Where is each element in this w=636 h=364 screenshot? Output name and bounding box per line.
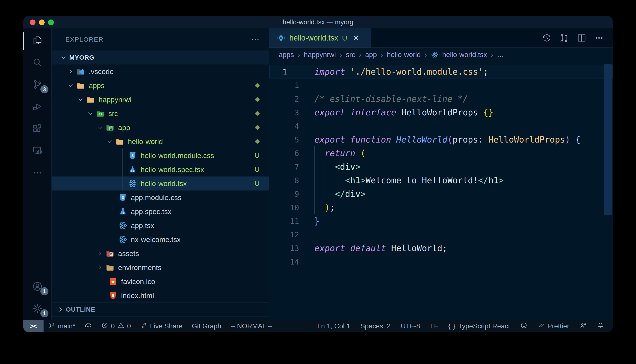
explorer-more-actions-button[interactable]: ⋯ [251,37,260,42]
open-changes-button[interactable] [559,33,569,43]
tree-item-environments[interactable]: environments [52,260,269,274]
tree-item-label: environments [118,264,161,272]
status-notifications[interactable] [597,322,604,331]
tree-item-app.tsx[interactable]: app.tsx [52,218,269,232]
tree-item-happynrwl[interactable]: happynrwl [52,92,269,106]
breadcrumb-hello-world.tsx[interactable]: hello-world.tsx [442,51,487,59]
status-encoding[interactable]: UTF-8 [401,322,420,330]
status-indentation[interactable]: Spaces: 2 [360,322,391,330]
split-editor-button[interactable] [576,33,587,43]
tree-item-index.html[interactable]: 5 index.html [52,288,269,302]
activity-run-and-debug[interactable] [23,96,51,118]
react-icon [128,179,137,188]
tree-item-hello-world[interactable]: hello-world [52,134,269,148]
status-cursor-position[interactable]: Ln 1, Col 1 [317,322,350,330]
status-language-mode[interactable]: { }TypeScript React [449,322,510,330]
folder-assets-icon [105,249,115,258]
activity-remote-explorer[interactable] [23,140,51,162]
more-actions-button[interactable] [594,33,604,43]
status-github[interactable] [520,322,527,331]
tree-item-hello-world.module.css[interactable]: 3 hello-world.module.cssU [52,148,269,162]
tree-item-src[interactable]: src [52,106,269,120]
breadcrumb-app[interactable]: app [365,51,377,59]
tree-item-app[interactable]: app [52,120,269,134]
activity-accounts[interactable]: 1 [23,276,51,298]
tree-item-hello-world.tsx[interactable]: hello-world.tsxU [52,176,269,190]
explorer-sidebar: EXPLORER ⋯ MYORG .vscode apps happynrwl … [52,28,269,320]
breadcrumb-separator: › [425,51,427,59]
indent-guide [325,160,325,201]
tree-item-assets[interactable]: assets [52,246,269,260]
css-icon: 3 [128,151,137,160]
activity-source-control-badge: 3 [40,85,49,93]
activity-extensions[interactable] [23,118,51,140]
status-git-branch[interactable]: main* [44,320,80,332]
status-problems[interactable]: 00 [96,320,135,332]
breadcrumb-separator: › [491,51,493,59]
activity-more-views[interactable] [23,162,51,184]
tree-item-hello-world.spec.tsx[interactable]: TS hello-world.spec.tsxU [52,162,269,176]
bell-icon [597,322,604,331]
workspace-root-row[interactable]: MYORG [52,50,269,64]
chevron-right-icon [96,250,104,257]
tree-item-nx-welcome.tsx[interactable]: nx-welcome.tsx [52,232,269,246]
breadcrumb-hello-world[interactable]: hello-world [387,51,421,59]
line-number-gutter: 6 [269,146,301,160]
line-number-gutter: 1 [269,78,301,92]
breadcrumb-happynrwl[interactable]: happynrwl [304,51,336,59]
tab-label: hello-world.tsx [289,34,338,42]
folder-env-icon [105,263,115,272]
status-prettier[interactable]: Prettier [538,322,569,331]
activity-search[interactable] [23,52,51,74]
code-line: 1 [269,78,613,92]
tree-item-apps[interactable]: apps [52,78,269,92]
activity-settings[interactable]: 1 [23,298,51,320]
tree-item-.vscode[interactable]: .vscode [52,64,269,78]
search-icon [32,57,43,69]
section-outline[interactable]: OUTLINE [52,302,269,316]
tree-item-app.module.css[interactable]: 3 app.module.css [52,190,269,204]
tree-item-label: happynrwl [99,96,131,104]
status-eol[interactable]: LF [430,322,438,330]
traffic-lights [30,16,54,28]
status-git-graph[interactable]: Git Graph [187,320,226,332]
activity-explorer[interactable] [23,30,51,52]
zoom-window-button[interactable] [48,20,54,25]
tree-item-label: app.spec.tsx [131,208,171,216]
code-line: 5 export function HelloWorld(props: Hell… [269,133,613,146]
code-line: 3 export interface HelloWorldProps {} [269,106,613,119]
css-icon: 3 [118,193,127,202]
tree-item-favicon.ico[interactable]: ★ favicon.ico [52,274,269,288]
breadcrumb-symbol[interactable]: … [497,51,504,59]
line-number-gutter: 8 [269,174,301,187]
activity-source-control[interactable]: 3 [23,74,51,96]
status-publish[interactable] [80,320,96,332]
branch-icon [48,322,56,331]
status-remote-indicator[interactable]: >< [23,320,44,332]
history-icon [542,40,552,44]
editor-scrollbar[interactable] [604,64,612,215]
tree-item-label: hello-world.spec.tsx [141,166,204,174]
code-editor[interactable]: 1 import './hello-world.module.css'; 1 2… [269,62,613,320]
breadcrumb-apps[interactable]: apps [279,51,294,59]
tab-hello-world-tsx[interactable]: hello-world.tsx U ✕ [269,28,371,48]
svg-text:3: 3 [122,195,124,200]
status-live-share[interactable]: Live Share [135,320,187,332]
svg-text:TS: TS [121,211,125,214]
close-window-button[interactable] [30,20,36,25]
code-line: 2 /* eslint-disable-next-line */ [269,92,613,106]
minimize-window-button[interactable] [39,20,45,25]
tree-item-app.spec.tsx[interactable]: TS app.spec.tsx [52,204,269,218]
code-line: 14 [269,255,613,268]
svg-text:3: 3 [131,153,134,158]
explorer-header: EXPLORER ⋯ [52,28,269,50]
section-label: OUTLINE [66,306,95,313]
status-vim-mode[interactable]: -- NORMAL -- [226,320,277,332]
status-feedback[interactable] [579,322,587,331]
explorer-title: EXPLORER [65,36,103,43]
line-number-gutter: 5 [269,133,301,146]
code-line: 6 return ( [269,146,613,160]
open-timeline-button[interactable] [542,33,552,43]
close-tab-icon[interactable]: ✕ [353,34,359,42]
breadcrumb-src[interactable]: src [346,51,355,59]
